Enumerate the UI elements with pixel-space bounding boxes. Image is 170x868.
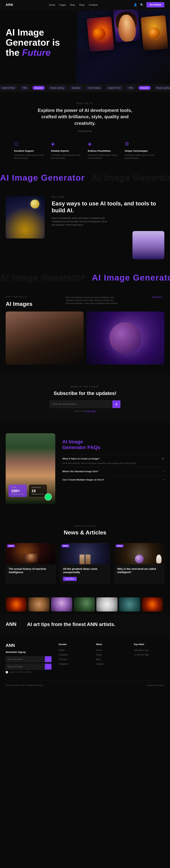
nav-item-pages[interactable]: Pages [59,3,66,6]
newsletter-terms: I agree to the Privacy Policy [6,410,164,412]
footer-menu-links: Home About Blog Contact [96,648,126,665]
footer-social-facebook[interactable]: Facebook [59,653,89,656]
hero-text: AI Image Generator is the Future [6,17,80,58]
news-card-body-3: Why is the next-level art called intelli… [114,564,164,578]
user-icon[interactable]: 👤 [134,3,137,6]
tag-tma[interactable]: TMA [20,86,29,90]
news-badge-1: NEWS [7,545,15,547]
footer-social-youtube[interactable]: YouTube [59,658,89,661]
news-section: FROM OUR BLOG News & Articles NEWS The a… [0,515,170,594]
gallery-thumb-5 [96,597,118,612]
footer-newsletter-title: Newsletter Signup [6,651,52,653]
tag-moody-2[interactable]: Moody Lighting [154,86,170,90]
newsletter-email-input[interactable] [50,400,112,408]
newsletter-section: NEWSLETTER SIGNUP Subscribe for the upda… [0,375,170,423]
tag-beautiful[interactable]: Beautiful [33,86,45,90]
faq-image: People 100+ Adipiscing elit, do. World O… [6,433,55,504]
privacy-policy-link[interactable]: Privacy Policy [85,410,96,412]
footer-menu-title: Menu [96,643,126,646]
footer-menu-blog[interactable]: Blog [96,658,126,661]
tag-depth-2[interactable]: Depth of Field [106,86,122,90]
hero-title: AI Image Generator is the Future [6,27,80,58]
moon-visual [30,199,39,209]
tag-backlight[interactable]: Backlight [69,86,82,90]
footer-social-instagram[interactable]: Instagram [59,662,89,665]
faq-chevron-2: + [163,470,164,473]
navigation: ANN Home Pages Blog Shop Contacts 👤 🔍 Ge… [0,0,170,10]
easy-label: WELCOME [52,196,164,198]
portfolio-view-more[interactable]: View More → [151,296,164,299]
art-tips-title: AI art tips from the finest ANN artists. [27,621,164,627]
easy-image-girl [133,231,164,259]
tag-beautiful-2[interactable]: Beautiful [139,86,151,90]
tag-color[interactable]: Color Grading [86,86,102,90]
gallery-row [0,594,170,614]
feature-icon-possibilities: ◈ [88,141,119,147]
news-card-link-2[interactable]: Read More [63,577,77,581]
hero-card-3 [141,15,168,51]
footer-name-row: → [6,656,52,662]
footer-phone-link[interactable]: +1 234 567 890 [134,653,164,656]
feature-tech: ⚙ Unique Technologies Consectetur adipis… [125,141,156,159]
gallery-thumb-7 [142,597,163,612]
newsletter-submit-button[interactable]: ➤ [112,400,120,408]
hero-section: const aiGen = new ImageGenerator(); aiGe… [0,10,170,84]
features-grid: ⬡ Excellent Support Consectetur adipisci… [14,141,156,159]
girl-face-visual [133,231,164,259]
tag-moody[interactable]: Moody Lighting [48,86,66,90]
news-grid: NEWS The actual history of machine intel… [6,543,164,584]
footer-email-input[interactable] [6,664,45,670]
footer-menu-contact[interactable]: Contact [96,662,126,665]
art-tips-content: AI art tips from the finest ANN artists. [27,621,164,627]
nav-links: Home Pages Blog Shop Contacts [49,3,98,6]
footer-email-btn[interactable]: → [45,664,52,670]
portfolio-image-1 [6,311,84,365]
big-marquee: AI Image Generator AI Image Generator AI… [0,170,170,185]
feature-icon-tech: ⚙ [125,141,156,147]
portfolio-grid [6,311,164,365]
footer-privacy-checkbox[interactable] [6,671,8,673]
feature-title-tech: Unique Technologies [125,150,156,152]
footer-social-twitter[interactable]: Twitter [59,648,89,652]
faq-item-1-header[interactable]: What It Takes to Create an Image? ▼ [62,457,164,460]
easy-desc: Disce erat explicabo. Nemo enim ipsum vo… [52,217,108,227]
faq-item-2: What's the Standard Image Size? + [62,467,164,475]
footer-menu-about[interactable]: About [96,653,126,656]
footer-name-input[interactable] [6,656,45,662]
what-label: WHAT WE DO [6,102,164,104]
footer-email-link[interactable]: hello@ann.com [134,648,164,652]
nav-item-blog[interactable]: Blog [70,3,75,6]
portfolio-label: OUR PORTFOLIO [6,296,32,298]
nav-item-contacts[interactable]: Contacts [89,3,98,6]
footer-credit: Design by Craftwork [147,684,164,686]
footer-sayhello-col: Say Hello hello@ann.com +1 234 567 890 [134,643,164,673]
get-started-button[interactable]: Get Started [146,2,164,7]
footer-checkbox-row: I agree to the Privacy Policy [6,671,52,673]
faq-item-2-header[interactable]: What's the Standard Image Size? + [62,470,164,473]
two-figures-visual [80,555,90,564]
feature-title-possibilities: Endless Possibilities [88,150,119,152]
footer-menu-home[interactable]: Home [96,648,126,652]
faq-content: AI ImageGenerator FAQs What It Takes to … [62,433,164,504]
feature-desc-possibilities: Consectetur adipiscing elit, sed do eius… [88,154,119,159]
search-icon[interactable]: 🔍 [140,3,144,6]
feature-desc-tech: Consectetur adipiscing elit, sed do eius… [125,154,156,159]
footer-name-btn[interactable]: → [45,656,52,662]
faq-dot-indicator [45,493,52,500]
tag-tma-2[interactable]: TMA [126,86,135,90]
big-marquee-inner: AI Image Generator AI Image Generator AI… [0,173,170,183]
news-badge-2: NEWS [62,545,69,547]
portfolio-header-left: OUR PORTFOLIO AI Images [6,296,32,307]
footer-newsletter-col: ANN Newsletter Signup → → I agree to the… [6,643,52,673]
nav-logo[interactable]: ANN [6,3,13,7]
nav-item-shop[interactable]: Shop [79,3,84,6]
news-card-title-1: The actual history of machine intelligen… [9,567,53,574]
feature-support: ⬡ Excellent Support Consectetur adipisci… [14,141,45,159]
footer-top: ANN Newsletter Signup → → I agree to the… [6,643,164,673]
feature-desc-support: Consectetur adipiscing elit, sed do eius… [14,154,45,159]
nav-item-home[interactable]: Home [49,3,55,6]
footer-email-row: → [6,664,52,670]
faq-item-3-header[interactable]: Can I Create Multiple Images at Once? + [62,478,164,481]
gallery-thumb-6 [119,597,140,612]
tag-depth[interactable]: Depth of Field [0,86,17,90]
